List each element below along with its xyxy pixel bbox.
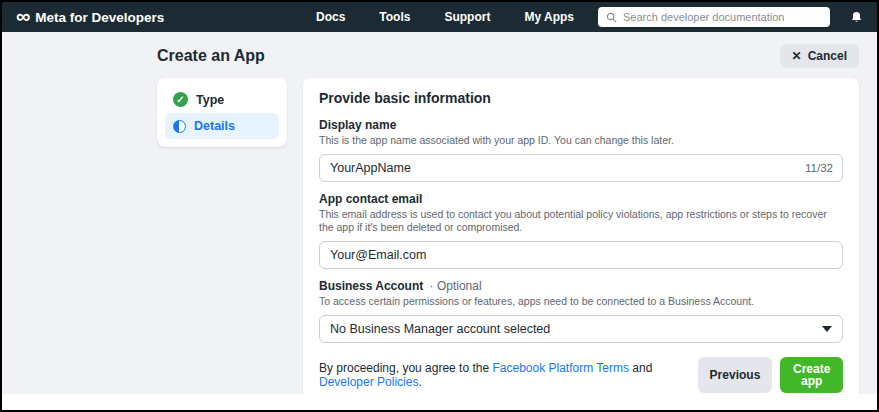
search-input[interactable]: [623, 11, 822, 23]
content-area: ✓ Type Details Provide basic information…: [157, 78, 859, 394]
meta-logo-icon: ∞: [16, 6, 30, 26]
display-name-input-wrap: 11/32: [319, 154, 843, 182]
basic-info-form: Provide basic information Display name T…: [303, 78, 859, 394]
display-name-input[interactable]: [319, 154, 843, 182]
nav-link-tools[interactable]: Tools: [379, 10, 410, 24]
search-icon: [606, 12, 617, 23]
step-type-label: Type: [196, 93, 224, 107]
check-circle-icon: ✓: [173, 92, 188, 107]
contact-email-input[interactable]: [319, 241, 843, 269]
app-window: ∞ Meta for Developers Docs Tools Support…: [0, 0, 879, 412]
nav-link-support[interactable]: Support: [444, 10, 490, 24]
cancel-button[interactable]: ✕ Cancel: [780, 44, 859, 68]
display-name-helper: This is the app name associated with you…: [319, 134, 843, 148]
cancel-button-label: Cancel: [808, 50, 847, 62]
business-account-label-text: Business Account: [319, 279, 423, 293]
close-icon: ✕: [792, 50, 802, 62]
stepper: ✓ Type Details: [157, 78, 287, 147]
create-app-button[interactable]: Create app: [780, 357, 843, 393]
optional-tag: · Optional: [430, 279, 482, 293]
display-name-label: Display name: [319, 118, 843, 132]
brand-name: Meta for Developers: [35, 10, 164, 25]
contact-email-field: App contact email This email address is …: [319, 192, 843, 269]
developer-policies-link[interactable]: Developer Policies: [319, 375, 418, 389]
page-header: Create an App ✕ Cancel: [157, 44, 859, 68]
business-account-field: Business Account · Optional To access ce…: [319, 279, 843, 343]
business-account-helper: To access certain permissions or feature…: [319, 295, 843, 309]
contact-email-input-wrap: [319, 241, 843, 269]
top-navbar: ∞ Meta for Developers Docs Tools Support…: [2, 2, 877, 32]
contact-email-helper: This email address is used to contact yo…: [319, 208, 843, 235]
agreement-suffix: .: [418, 375, 421, 389]
bottom-strip: [2, 394, 877, 410]
display-name-field: Display name This is the app name associ…: [319, 118, 843, 182]
chevron-down-icon: [822, 326, 832, 332]
agreement-text: By proceeding, you agree to the Facebook…: [319, 361, 698, 389]
half-progress-icon: [173, 120, 186, 133]
agreement-middle: and: [629, 361, 652, 375]
contact-email-label: App contact email: [319, 192, 843, 206]
form-footer: By proceeding, you agree to the Facebook…: [319, 357, 843, 393]
nav-link-docs[interactable]: Docs: [316, 10, 345, 24]
bell-icon[interactable]: [850, 11, 863, 24]
previous-button[interactable]: Previous: [698, 357, 773, 393]
navbar-links: Docs Tools Support My Apps: [316, 10, 574, 24]
brand[interactable]: ∞ Meta for Developers: [16, 8, 164, 26]
business-account-select[interactable]: No Business Manager account selected: [319, 315, 843, 343]
business-account-selected-value: No Business Manager account selected: [330, 322, 550, 336]
search-bar[interactable]: [598, 7, 830, 27]
step-type[interactable]: ✓ Type: [165, 86, 279, 113]
agreement-prefix: By proceeding, you agree to the: [319, 361, 492, 375]
step-details-label: Details: [194, 119, 235, 133]
platform-terms-link[interactable]: Facebook Platform Terms: [492, 361, 629, 375]
footer-buttons: Previous Create app: [698, 357, 843, 393]
step-details[interactable]: Details: [165, 113, 279, 139]
char-counter: 11/32: [805, 162, 833, 174]
page-title: Create an App: [157, 47, 265, 65]
page-body: Create an App ✕ Cancel ✓ Type Details: [2, 32, 877, 394]
form-heading: Provide basic information: [319, 90, 843, 106]
nav-link-my-apps[interactable]: My Apps: [524, 10, 574, 24]
business-account-label: Business Account · Optional: [319, 279, 843, 293]
